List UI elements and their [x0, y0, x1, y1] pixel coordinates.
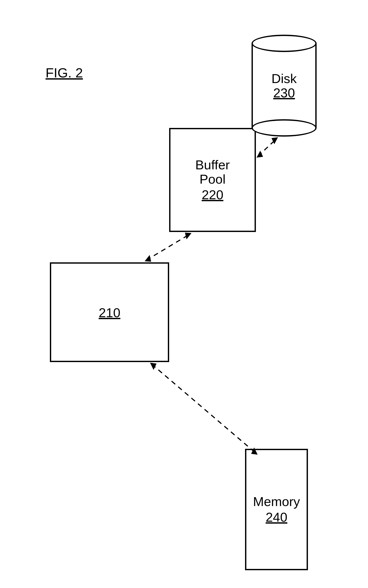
diagram-page: FIG. 2 210 Buffer Pool 220 Memory 240 Di… — [0, 0, 368, 588]
svg-line-6 — [152, 364, 256, 453]
svg-marker-7 — [150, 363, 156, 370]
arrow-central-memory — [0, 0, 368, 588]
svg-marker-8 — [251, 447, 258, 455]
